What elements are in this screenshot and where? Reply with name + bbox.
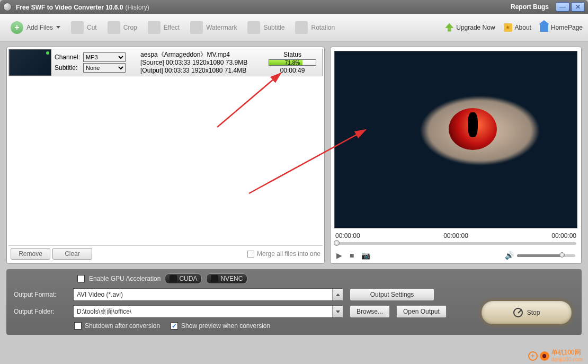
channel-select[interactable]: MP3	[83, 52, 126, 62]
crop-button[interactable]: Crop	[102, 18, 142, 37]
snapshot-button[interactable]: 📷	[361, 251, 370, 260]
gpu-label: Enable GPU Acceleration	[89, 275, 161, 282]
upgrade-icon	[445, 23, 453, 32]
checkbox-icon	[247, 251, 254, 258]
nvenc-badge: NVENC	[206, 273, 247, 284]
site-watermark: 单机100网danji100.com	[528, 349, 583, 363]
output-folder-select[interactable]: D:\tools\桌面\office\	[73, 305, 343, 318]
watermark-button[interactable]: Watermark	[185, 18, 242, 37]
seek-thumb[interactable]	[334, 240, 340, 246]
watermark-icon	[190, 21, 203, 34]
output-format-select[interactable]: AVI Video (*.avi)	[73, 288, 343, 301]
shutdown-checkbox-row[interactable]: Shutdown after conversion	[74, 322, 160, 330]
progress-bar: 71.8%	[269, 59, 316, 66]
file-list-footer: Remove Clear Merge all files into one	[8, 245, 323, 262]
star-icon	[504, 23, 512, 32]
elapsed-time: 00:00:49	[266, 67, 319, 74]
cut-button[interactable]: Cut	[66, 18, 102, 37]
close-button[interactable]: ✕	[571, 2, 585, 12]
homepage-link[interactable]: HomePage	[540, 23, 583, 32]
file-thumbnail	[9, 49, 51, 76]
file-details: aespa《Armageddon》MV.mp4 [Source] 00:03:3…	[140, 51, 266, 75]
file-name: aespa《Armageddon》MV.mp4	[140, 51, 266, 59]
effect-icon	[148, 21, 161, 34]
chevron-down-icon	[332, 306, 343, 317]
gpu-checkbox[interactable]	[77, 275, 85, 282]
player-controls: ▶ ■ 📷 🔊	[332, 249, 580, 262]
plus-icon	[11, 21, 23, 34]
minimize-button[interactable]: —	[556, 2, 569, 12]
watermark-icon	[540, 351, 549, 361]
channel-label: Channel:	[55, 54, 81, 61]
watermark-icon	[528, 351, 538, 361]
add-files-button[interactable]: Add Files	[5, 18, 66, 37]
checkbox-checked-icon	[171, 322, 178, 330]
file-list-panel: Channel: MP3 Subtitle: None aespa《Armage…	[6, 47, 325, 264]
status-header: Status	[266, 51, 319, 58]
about-link[interactable]: About	[504, 23, 531, 32]
rotation-button[interactable]: Rotation	[290, 18, 340, 37]
merge-checkbox-row[interactable]: Merge all files into one	[247, 250, 320, 258]
file-row[interactable]: Channel: MP3 Subtitle: None aespa《Armage…	[8, 49, 323, 76]
app-icon	[3, 3, 12, 11]
volume-icon[interactable]: 🔊	[505, 251, 514, 260]
crop-icon	[108, 21, 120, 34]
stop-playback-button[interactable]: ■	[350, 251, 354, 260]
home-icon	[540, 23, 548, 32]
nvidia-icon	[211, 275, 218, 282]
toolbar: Add Files Cut Crop Effect Watermark Subt…	[0, 14, 588, 41]
open-output-button[interactable]: Open Output	[396, 305, 447, 318]
time-total: 00:00:00	[551, 232, 576, 239]
dropdown-caret-icon	[56, 26, 60, 29]
remove-button[interactable]: Remove	[11, 248, 50, 260]
preview-panel: 00:00:00 00:00:00 00:00:00 ▶ ■ 📷 🔊	[330, 47, 582, 264]
rotation-icon	[295, 21, 308, 34]
nvidia-icon	[170, 275, 177, 282]
output-folder-label: Output Folder:	[14, 308, 67, 315]
video-preview	[334, 51, 577, 228]
report-bugs-link[interactable]: Report Bugs	[511, 3, 549, 11]
playback-times: 00:00:00 00:00:00 00:00:00	[332, 230, 580, 241]
chevron-up-icon	[332, 289, 343, 300]
stop-button[interactable]: Stop	[481, 300, 572, 325]
seek-bar[interactable]	[335, 242, 576, 245]
checkbox-icon	[74, 322, 82, 330]
effect-button[interactable]: Effect	[142, 18, 185, 37]
stop-icon	[513, 308, 523, 317]
show-preview-checkbox-row[interactable]: Show preview when conversion	[171, 322, 270, 330]
subtitle-button[interactable]: Subtitle	[242, 18, 290, 37]
clear-button[interactable]: Clear	[52, 248, 92, 260]
output-settings-button[interactable]: Output Settings	[350, 288, 434, 301]
browse-button[interactable]: Browse...	[350, 305, 390, 318]
app-title: Free SWF to Video Converter 10.6.0 (Hist…	[16, 3, 149, 11]
volume-thumb[interactable]	[559, 252, 565, 258]
output-line: [Output] 00:03:33 1920x1080 71.4MB	[140, 67, 266, 75]
file-list-empty	[8, 76, 323, 245]
play-button[interactable]: ▶	[336, 251, 342, 260]
progress-percent: 71.8%	[269, 60, 316, 65]
source-line: [Source] 00:03:33 1920x1080 73.9MB	[140, 59, 266, 67]
time-current: 00:00:00	[335, 232, 360, 239]
subtitle-label: Subtitle:	[55, 64, 81, 72]
output-format-label: Output Format:	[14, 291, 67, 298]
volume-slider[interactable]	[517, 254, 575, 257]
cuda-badge: CUDA	[165, 273, 202, 284]
subtitle-select[interactable]: None	[83, 63, 126, 73]
titlebar: Free SWF to Video Converter 10.6.0 (Hist…	[0, 0, 588, 14]
upgrade-link[interactable]: Upgrade Now	[445, 23, 495, 32]
time-middle: 00:00:00	[443, 232, 468, 239]
main-area: Channel: MP3 Subtitle: None aespa《Armage…	[0, 41, 588, 269]
cut-icon	[71, 21, 84, 34]
history-link[interactable]: (History)	[125, 4, 149, 11]
subtitle-icon	[247, 21, 260, 34]
